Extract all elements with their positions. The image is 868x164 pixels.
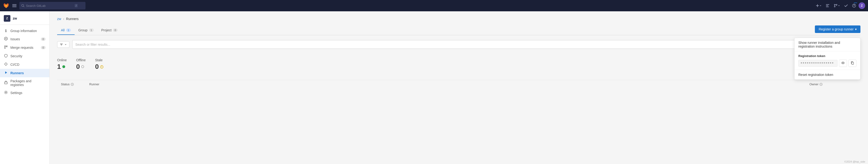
menu-button[interactable] xyxy=(11,3,18,9)
svg-rect-6 xyxy=(826,4,829,5)
merge-requests-button[interactable] xyxy=(832,2,842,9)
sidebar-nav: ℹ Group information Issues 0 xyxy=(0,25,49,99)
topnav-actions: Z xyxy=(814,2,865,9)
breadcrumb: zw › Runners xyxy=(57,17,861,21)
status-column-label: Status xyxy=(61,82,70,86)
reveal-token-button[interactable] xyxy=(839,59,847,67)
sidebar-user: Z zw xyxy=(0,11,49,25)
user-avatar[interactable]: Z xyxy=(859,2,865,9)
sidebar-avatar: Z xyxy=(4,15,10,22)
merge-requests-badge: 0 xyxy=(41,46,45,49)
help-button[interactable] xyxy=(850,2,858,9)
sidebar-item-label: Packages and registries xyxy=(10,79,45,87)
svg-point-10 xyxy=(834,6,835,7)
token-row: **************** xyxy=(798,59,857,67)
issues-button[interactable] xyxy=(824,2,831,9)
svg-rect-1 xyxy=(12,5,17,6)
svg-point-9 xyxy=(834,4,835,5)
sort-arrow-icon xyxy=(64,43,67,46)
stale-label: Stale xyxy=(95,58,103,62)
tab-all-count: 1 xyxy=(66,29,71,32)
copy-token-button[interactable] xyxy=(848,59,857,67)
register-group-runner-button[interactable]: Register a group runner ▾ xyxy=(815,26,861,33)
sidebar-item-label: Runners xyxy=(10,71,24,75)
app-layout: Z zw ℹ Group information Issues 0 xyxy=(0,0,868,164)
status-help-icon[interactable] xyxy=(71,83,74,86)
sidebar-item-ci-cd[interactable]: CI/CD xyxy=(0,60,49,69)
sidebar: Z zw ℹ Group information Issues 0 xyxy=(0,11,50,164)
stats-row: Online 1 Offline 0 Sta xyxy=(57,54,861,74)
tab-project-label: Project xyxy=(101,28,112,32)
reset-registration-token-item[interactable]: Reset registration token xyxy=(795,70,860,79)
online-value: 1 xyxy=(57,63,67,71)
tab-group[interactable]: Group 1 xyxy=(74,26,97,35)
svg-point-17 xyxy=(4,48,5,48)
stat-stale: Stale 0 xyxy=(95,58,103,71)
breadcrumb-separator: › xyxy=(63,17,64,21)
svg-rect-5 xyxy=(816,5,819,6)
svg-rect-0 xyxy=(12,4,17,5)
sidebar-item-label: Settings xyxy=(10,91,23,95)
stat-offline: Offline 0 xyxy=(76,58,86,71)
svg-point-13 xyxy=(854,6,854,7)
settings-icon xyxy=(4,90,8,95)
sidebar-item-settings[interactable]: Settings xyxy=(0,89,49,97)
runner-column-label: Runner xyxy=(89,82,99,86)
register-button-arrow: ▾ xyxy=(855,27,857,31)
table-header: Status Runner Owner xyxy=(57,80,861,88)
tab-all[interactable]: All 1 xyxy=(57,26,74,35)
version-note: ©2024 @top_side xyxy=(844,160,865,163)
sidebar-item-group-information[interactable]: ℹ Group information xyxy=(0,27,49,35)
sidebar-item-runners[interactable]: Runners xyxy=(0,69,49,77)
sidebar-item-label: Merge requests xyxy=(10,46,33,49)
filter-search-bar xyxy=(72,40,830,49)
sort-button[interactable] xyxy=(57,41,69,48)
stale-value: 0 xyxy=(95,63,103,71)
packages-icon xyxy=(4,81,8,85)
breadcrumb-current: Runners xyxy=(66,17,79,21)
sidebar-item-security[interactable]: Security xyxy=(0,52,49,60)
svg-point-15 xyxy=(5,38,6,39)
group-information-icon: ℹ xyxy=(4,29,8,33)
sidebar-item-issues[interactable]: Issues 0 xyxy=(0,35,49,43)
sidebar-item-label: Issues xyxy=(10,37,20,41)
registration-token-section: Registration token **************** xyxy=(795,51,860,70)
gitlab-logo[interactable] xyxy=(3,2,9,9)
filter-search-input[interactable] xyxy=(72,41,821,48)
sidebar-item-packages-registries[interactable]: Packages and registries xyxy=(0,77,49,89)
create-button[interactable] xyxy=(814,2,823,9)
sort-icon xyxy=(60,43,63,46)
sidebar-item-label: Security xyxy=(10,54,23,58)
svg-point-26 xyxy=(101,68,102,68)
runners-icon xyxy=(4,71,8,75)
todos-button[interactable] xyxy=(842,2,849,9)
svg-rect-23 xyxy=(852,62,854,64)
token-value: **************** xyxy=(798,60,838,67)
merge-requests-icon xyxy=(4,45,8,50)
registration-token-label: Registration token xyxy=(798,54,857,58)
tab-group-count: 1 xyxy=(89,29,94,32)
stat-online: Online 1 xyxy=(57,58,67,71)
online-label: Online xyxy=(57,58,67,62)
search-icon xyxy=(21,4,25,7)
sidebar-item-label: Group information xyxy=(10,29,37,33)
topnav: / xyxy=(0,0,868,11)
offline-value: 0 xyxy=(76,63,86,71)
owner-help-icon[interactable] xyxy=(819,83,823,86)
search-input[interactable] xyxy=(26,4,73,7)
help-badge xyxy=(854,3,857,3)
col-header-runner: Runner xyxy=(89,82,809,86)
offline-status-dot xyxy=(81,65,84,68)
security-icon xyxy=(4,54,8,58)
sidebar-item-merge-requests[interactable]: Merge requests 0 xyxy=(0,43,49,52)
tabs-row: All 1 Group 1 Project 0 Register a group… xyxy=(57,26,861,35)
register-button-label: Register a group runner xyxy=(819,27,854,31)
svg-rect-2 xyxy=(12,7,17,7)
sidebar-username: zw xyxy=(13,16,17,20)
breadcrumb-parent-link[interactable]: zw xyxy=(57,17,61,21)
col-header-owner: Owner xyxy=(809,82,857,86)
tab-project[interactable]: Project 0 xyxy=(97,26,122,35)
tab-all-label: All xyxy=(61,28,65,32)
svg-rect-7 xyxy=(826,5,828,6)
show-instructions-item[interactable]: Show runner installation and registratio… xyxy=(795,38,860,51)
